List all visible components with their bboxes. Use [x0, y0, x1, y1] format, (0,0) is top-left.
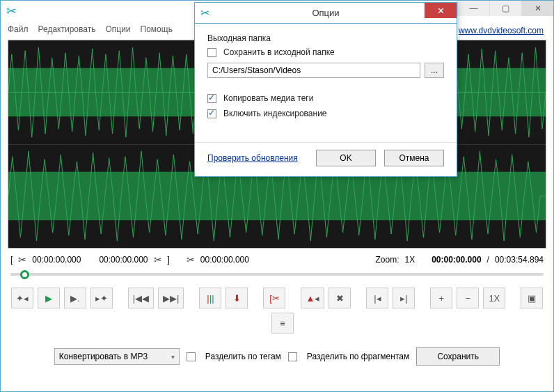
- bracket-left-button[interactable]: |◂: [366, 288, 388, 308]
- dialog-titlebar[interactable]: ✂ Опции ✕: [195, 3, 457, 24]
- image-button[interactable]: ▣: [521, 288, 543, 308]
- toolbar: ✦◂ ▶ ▶. ▸✦ |◀◀ ▶▶| ||| ⬇ [✂ ▲◂ ✖ |◂ ▸| +…: [1, 283, 553, 340]
- split-tags-checkbox[interactable]: [187, 352, 196, 361]
- position: 00:00:00.000: [432, 255, 481, 265]
- zoom-out-button[interactable]: −: [457, 288, 479, 308]
- skip-end-button[interactable]: ▶▶|: [158, 288, 184, 308]
- indexing-label: Включить индексирование: [223, 109, 327, 118]
- save-in-source-checkbox[interactable]: [207, 48, 216, 57]
- maximize-button[interactable]: ▢: [489, 1, 521, 16]
- settings-button[interactable]: ≡: [271, 313, 294, 334]
- format-label: Конвертировать в MP3: [59, 352, 148, 361]
- zoom-label: Zoom:: [375, 255, 399, 265]
- minimize-button[interactable]: —: [457, 1, 489, 16]
- scissors-icon: ✂: [187, 254, 195, 265]
- menu-file[interactable]: Файл: [8, 24, 29, 34]
- split-left-button[interactable]: ▲◂: [301, 288, 324, 308]
- options-dialog: ✂ Опции ✕ Выходная папка Сохранить в исх…: [194, 2, 457, 177]
- format-combo[interactable]: Конвертировать в MP3: [54, 348, 180, 365]
- browse-button[interactable]: ...: [425, 63, 444, 78]
- delete-selection-button[interactable]: ✖: [329, 288, 351, 308]
- scissors-icon: ✂: [6, 3, 17, 19]
- seek-next-button[interactable]: ▸✦: [90, 288, 113, 308]
- ok-button[interactable]: OK: [316, 150, 376, 166]
- split-fragments-label: Разделить по фрагментам: [307, 352, 409, 361]
- time-bar: [✂ 00:00:00.000 00:00:00.000 ✂] ✂ 00:00:…: [1, 249, 553, 268]
- main-window: ✂ — ▢ ✕ Файл Редактировать Опции Помощь …: [0, 0, 554, 392]
- zoom-reset-button[interactable]: 1X: [483, 288, 505, 308]
- scissors-icon: ✂: [154, 254, 162, 265]
- duration: 00:03:54.894: [495, 255, 544, 265]
- zoom-in-button[interactable]: +: [430, 288, 452, 308]
- skip-start-button[interactable]: |◀◀: [128, 288, 154, 308]
- cancel-button[interactable]: Отмена: [384, 150, 444, 166]
- bracket-right-button[interactable]: ▸|: [393, 288, 415, 308]
- cut-time: 00:00:00.000: [200, 255, 249, 265]
- menu-help[interactable]: Помощь: [141, 24, 173, 34]
- selection-end: 00:00:00.000: [99, 255, 148, 265]
- output-path-input[interactable]: [207, 63, 420, 78]
- close-button[interactable]: ✕: [521, 1, 553, 16]
- cut-button[interactable]: [✂: [263, 288, 285, 308]
- copy-tags-label: Копировать медиа теги: [223, 93, 313, 103]
- dialog-title: Опции: [195, 8, 457, 18]
- selection-start: 00:00:00.000: [32, 255, 81, 265]
- seek-prev-button[interactable]: ✦◂: [11, 288, 33, 308]
- site-link[interactable]: www.dvdvideosoft.com: [459, 26, 544, 36]
- slider-thumb[interactable]: [20, 270, 29, 279]
- split-tags-label: Разделить по тегам: [205, 352, 281, 361]
- save-in-source-label: Сохранить в исходной папке: [223, 47, 335, 57]
- window-controls: — ▢ ✕: [457, 1, 553, 16]
- check-updates-link[interactable]: Проверить обновления: [207, 153, 298, 163]
- indexing-checkbox[interactable]: [207, 109, 216, 118]
- menu-edit[interactable]: Редактировать: [38, 24, 96, 34]
- bottom-bar: Конвертировать в MP3 Разделить по тегам …: [1, 340, 553, 373]
- play-section-button[interactable]: ▶.: [64, 288, 86, 308]
- zoom-value: 1X: [405, 255, 416, 265]
- markers-button[interactable]: |||: [199, 288, 221, 308]
- menu-options[interactable]: Опции: [105, 24, 130, 34]
- save-button[interactable]: Сохранить: [416, 347, 500, 366]
- split-fragments-checkbox[interactable]: [288, 352, 297, 361]
- scissors-icon: ✂: [18, 254, 26, 265]
- output-folder-label: Выходная папка: [207, 33, 444, 43]
- seek-slider[interactable]: [10, 269, 544, 279]
- copy-tags-checkbox[interactable]: [207, 94, 216, 103]
- dialog-close-button[interactable]: ✕: [425, 3, 457, 18]
- marker-down-button[interactable]: ⬇: [225, 288, 248, 308]
- play-button[interactable]: ▶: [38, 288, 60, 308]
